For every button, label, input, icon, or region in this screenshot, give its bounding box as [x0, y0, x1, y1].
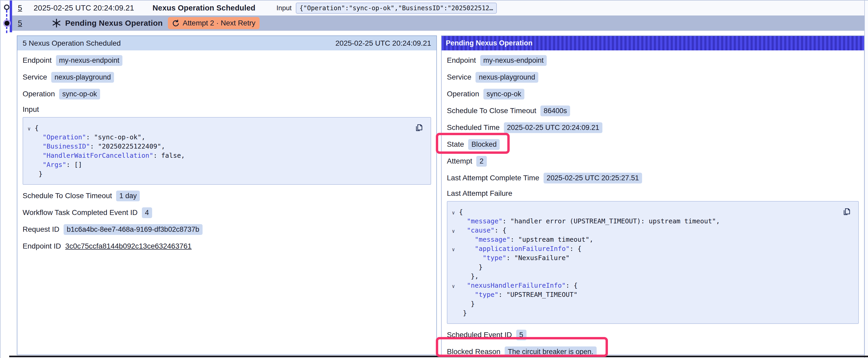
field-row-schedule-to-close-timeout: Schedule To Close Timeout86400s [447, 102, 859, 119]
json-value: false [161, 152, 181, 159]
json-line: "HandlerWaitForCancellation": false, [23, 151, 425, 160]
json-value: : [502, 217, 510, 225]
json-value: , [590, 236, 593, 243]
field-label: Operation [23, 90, 55, 98]
json-line: "type": "UPSTREAM_TIMEOUT" [447, 290, 853, 299]
field-row-request-id: Request IDb1c6a4bc-8ee7-468a-9169-df3b02… [23, 221, 431, 238]
json-line: ∨"cause": { [447, 226, 853, 235]
field-label: Endpoint [447, 56, 476, 65]
timeline-event-dot-open [4, 4, 9, 10]
scrollbar-gutter[interactable] [864, 1, 868, 358]
json-key: "Operation" [42, 133, 86, 141]
json-key: "message" [467, 217, 502, 225]
field-label: Endpoint ID [23, 242, 61, 250]
field-label: Endpoint [23, 56, 52, 65]
event-input-label: Input [276, 4, 291, 12]
field-label: Service [447, 73, 471, 82]
json-value: : [66, 161, 74, 168]
field-row-service: Servicenexus-playground [447, 69, 859, 86]
json-key: "nexusHandlerFailureInfo" [467, 282, 566, 289]
json-value: } [39, 170, 42, 178]
json-line: }, [447, 272, 853, 281]
json-line: ∨"nexusHandlerFailureInfo": { [447, 281, 853, 290]
field-row-operation: Operationsync-op-ok [447, 86, 859, 102]
json-value: : { [494, 227, 506, 234]
json-value: , [716, 217, 720, 225]
json-key: "applicationFailureInfo" [475, 245, 569, 253]
field-label: Blocked Reason [447, 348, 500, 356]
json-value: } [471, 300, 475, 307]
collapse-chevron-icon[interactable]: ∨ [452, 227, 455, 236]
json-value: : { [566, 282, 578, 289]
workflow-history-view: 5 2025-02-25 UTC 20:24:09.21 Nexus Opera… [0, 0, 868, 358]
input-json-block: ∨{"Operation": "sync-op-ok","BusinessID"… [23, 117, 431, 185]
json-line: } [447, 262, 853, 272]
field-value-badge: 2025-02-25 UTC 20:25:27.51 [544, 173, 642, 184]
json-key: "Args" [42, 161, 66, 168]
field-row-last-attempt-complete-time: Last Attempt Complete Time2025-02-25 UTC… [447, 169, 859, 186]
field-value-badge: 4 [142, 207, 152, 218]
json-key: "message" [475, 236, 510, 243]
field-row-operation: Operationsync-op-ok [23, 86, 431, 102]
retry-icon [172, 20, 180, 27]
field-row-endpoint: Endpointmy-nexus-endpoint [23, 52, 431, 69]
json-value: : [506, 254, 514, 262]
field-value-link[interactable]: 3c0c75ccfa8144b092c13ce632463761 [65, 242, 191, 250]
json-key: "cause" [467, 227, 494, 234]
json-value: : { [569, 245, 581, 253]
json-value: }, [471, 272, 479, 280]
field-value-badge: nexus-playground [51, 72, 114, 83]
field-label: Service [23, 73, 47, 82]
event-detail-header: 5 Nexus Operation Scheduled 2025-02-25 U… [17, 36, 436, 51]
json-value: : [86, 133, 94, 141]
field-row-endpoint: Endpointmy-nexus-endpoint [447, 52, 859, 69]
field-label: State [447, 140, 464, 149]
collapse-chevron-icon[interactable]: ∨ [28, 124, 30, 133]
attempt-retry-badge[interactable]: Attempt 2 · Next Retry [168, 17, 259, 29]
json-value: "UPSTREAM_TIMEOUT" [506, 291, 578, 298]
field-label: Request ID [23, 225, 59, 234]
field-row-service: Servicenexus-playground [23, 69, 431, 86]
event-id-link[interactable]: 5 [18, 19, 26, 28]
json-line: "BusinessID": "20250225122409", [23, 142, 425, 151]
collapse-chevron-icon[interactable]: ∨ [452, 208, 455, 217]
field-value-badge: sync-op-ok [484, 89, 524, 99]
json-value: "sync-op-ok" [94, 133, 142, 141]
field-row-schedule-to-close-timeout: Schedule To Close Timeout1 day [23, 187, 431, 204]
json-value: : [498, 291, 506, 298]
pending-nexus-operation-row[interactable]: 5 Pending Nexus Operation Attempt 2 · Ne… [12, 15, 865, 31]
pending-asterisk-icon [52, 19, 61, 28]
json-value: , [181, 152, 185, 159]
json-value: "20250225122409" [98, 142, 161, 150]
pending-row-title: Pending Nexus Operation [65, 19, 163, 28]
field-value-badge: sync-op-ok [59, 89, 100, 99]
collapse-chevron-icon[interactable]: ∨ [452, 282, 455, 291]
field-value-badge: nexus-playground [475, 72, 538, 83]
event-detail-panel: 5 Nexus Operation Scheduled 2025-02-25 U… [17, 35, 437, 355]
json-value: : [510, 236, 518, 243]
json-value: [] [74, 161, 82, 168]
collapse-chevron-icon[interactable]: ∨ [452, 245, 455, 254]
json-line: "Args": [] [23, 160, 425, 169]
copy-icon[interactable] [842, 207, 851, 216]
field-row-scheduled-time: Scheduled Time2025-02-25 UTC 20:24:09.21 [447, 119, 859, 136]
json-value: "NexusFailure" [514, 254, 569, 262]
field-label: Schedule To Close Timeout [23, 192, 112, 200]
failure-json-block: ∨{"message": "handler error (UPSTREAM_TI… [447, 201, 859, 324]
pending-operation-header-title: Pending Nexus Operation [446, 39, 532, 47]
field-row-scheduled-event-id: Scheduled Event ID5 [447, 326, 859, 343]
field-label: Workflow Task Completed Event ID [23, 208, 138, 217]
field-value-badge: 5 [516, 330, 526, 340]
json-value: , [161, 142, 165, 150]
last-attempt-failure-label: Last Attempt Failure [447, 186, 859, 200]
event-detail-fields-top: Endpointmy-nexus-endpointServicenexus-pl… [23, 52, 431, 102]
event-row-nexus-operation-scheduled[interactable]: 5 2025-02-25 UTC 20:24:09.21 Nexus Opera… [12, 1, 865, 15]
event-input-preview-badge[interactable]: {"Operation":"sync-op-ok","BusinessID":"… [296, 3, 497, 14]
field-value-badge: b1c6a4bc-8ee7-468a-9169-df3b02c8737b [64, 224, 202, 235]
copy-icon[interactable] [414, 123, 424, 132]
event-id-link[interactable]: 5 [18, 4, 26, 12]
field-value-badge: 2 [476, 156, 487, 167]
json-key: "HandlerWaitForCancellation" [42, 152, 153, 159]
json-value: "upstream timeout" [518, 236, 590, 243]
json-line: } [447, 299, 853, 308]
